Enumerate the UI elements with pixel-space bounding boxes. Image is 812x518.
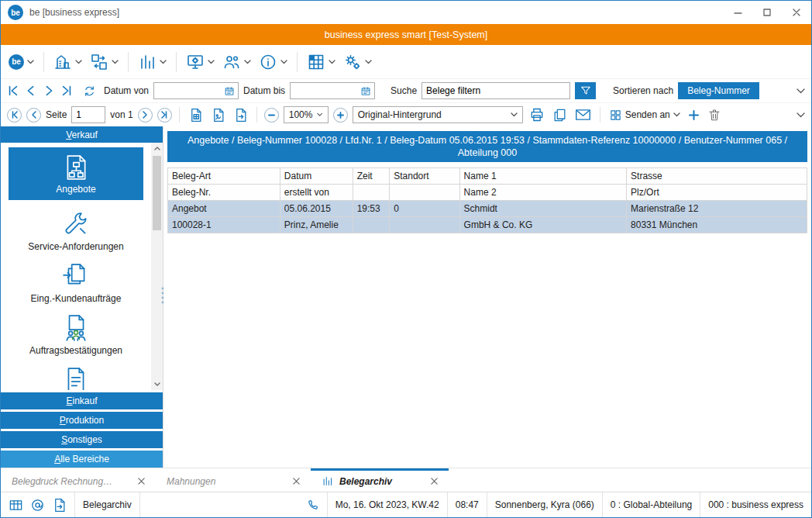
status-phone[interactable] [298, 492, 328, 517]
close-button[interactable] [782, 1, 811, 24]
tab-label: Mahnungen [167, 476, 215, 487]
status-date: Mo, 16. Okt 2023, KW.42 [328, 492, 448, 517]
users-icon [222, 53, 241, 71]
scroll-thumb[interactable] [153, 156, 161, 230]
sidebar-item-service-anforderungen[interactable]: Service-Anforderungen [1, 210, 151, 252]
sidebar-item-auftragsbestaetigungen[interactable]: Auftragsbestätigungen [1, 314, 151, 356]
preview-dropdown-chevron[interactable] [797, 112, 805, 118]
export-image-button[interactable] [209, 105, 227, 125]
suche-label: Suche [391, 85, 417, 96]
filter-button[interactable] [575, 82, 596, 99]
status-table-button[interactable] [9, 498, 23, 513]
last-record-button[interactable] [60, 85, 73, 97]
services-menu-button[interactable] [342, 50, 373, 74]
user-admin-menu-button[interactable] [221, 50, 253, 74]
tab-belegarchiv[interactable]: Belegarchiv [311, 468, 449, 492]
chevron-down-icon [673, 112, 680, 117]
table-cell: 19:53 [353, 201, 390, 217]
last-page-icon [160, 111, 168, 119]
datum-bis-input[interactable] [294, 84, 358, 98]
tab-belegdruck-rechnung[interactable]: Belegdruck Rechnung… [1, 468, 156, 492]
sidebar-section-alle-bereiche[interactable]: Alle Bereiche [1, 451, 163, 468]
sidebar-section-einkauf[interactable]: Einkauf [1, 392, 163, 409]
senden-an-button[interactable]: Senden an [607, 106, 682, 124]
add-button[interactable] [686, 107, 701, 123]
status-company: 000 : business express [700, 492, 811, 517]
export-send-button[interactable] [232, 105, 249, 125]
status-company-label: 000 : business express [708, 499, 803, 510]
company-menu-button[interactable] [52, 50, 84, 74]
zoom-level-select[interactable]: 100% [284, 106, 329, 123]
table-row[interactable]: Angebot 05.06.2015 19:53 0 Schmidt Marie… [168, 201, 807, 217]
transfer-menu-button[interactable] [88, 50, 120, 74]
system-banner: business express smart [Test-System] [1, 24, 811, 45]
page-next-button[interactable] [138, 108, 153, 123]
zoom-level-value: 100% [289, 109, 313, 120]
scroll-up-button[interactable] [151, 143, 163, 154]
email-button[interactable] [573, 105, 593, 124]
document-export-icon [233, 108, 248, 123]
export-table-button[interactable] [187, 105, 205, 125]
datum-von-field [153, 82, 239, 99]
background-select[interactable]: Original-Hintergrund [353, 106, 523, 123]
tab-close-icon[interactable] [431, 478, 438, 485]
system-settings-menu-button[interactable] [184, 50, 216, 74]
page-last-button[interactable] [157, 108, 172, 123]
page-number-input[interactable] [76, 108, 101, 122]
refresh-button[interactable] [83, 85, 96, 98]
zoom-in-button[interactable] [333, 108, 348, 123]
tab-close-icon[interactable] [293, 478, 300, 485]
sidebar-splitter[interactable] [160, 285, 166, 306]
table-cell: 05.06.2015 [280, 201, 353, 217]
sidebar-item-partial[interactable] [1, 366, 151, 390]
status-view-label: Belegarchiv [83, 499, 132, 510]
table-row[interactable]: 100028-1 Prinz, Amelie GmbH & Co. KG 803… [168, 217, 807, 233]
reports-menu-button[interactable] [136, 50, 168, 74]
document-image-icon [211, 108, 225, 123]
sidebar-section-verkauf[interactable]: Verkauf [1, 126, 163, 143]
print-button[interactable] [528, 105, 546, 125]
document-tabstrip: Belegdruck Rechnung… Mahnungen Belegarch… [1, 468, 811, 492]
calendar-icon[interactable] [361, 85, 370, 97]
minimize-button[interactable] [723, 1, 752, 24]
tab-mahnungen[interactable]: Mahnungen [156, 468, 311, 492]
sort-dropdown-chevron[interactable] [797, 88, 805, 94]
maximize-button[interactable] [752, 1, 782, 24]
status-date-label: Mo, 16. Okt 2023, KW.42 [335, 499, 439, 510]
sort-field-button[interactable]: Beleg-Nummer [678, 82, 759, 99]
datum-von-input[interactable] [158, 84, 222, 98]
page-first-button[interactable] [7, 108, 22, 123]
sidebar-item-eing-kundenauftraege[interactable]: Eing.-Kundenaufträge [1, 262, 151, 304]
table-cell: Angebot [168, 201, 280, 217]
window-controls [723, 1, 811, 24]
zoom-out-button[interactable] [264, 108, 279, 123]
copy-pages-button[interactable] [551, 105, 569, 125]
search-input[interactable] [426, 84, 566, 98]
sidebar-item-angebote[interactable]: Angebote [9, 147, 143, 200]
page-prev-button[interactable] [26, 108, 41, 123]
first-record-button[interactable] [7, 85, 19, 97]
previous-record-button[interactable] [25, 85, 37, 97]
sidebar-section-sonstiges[interactable]: Sonstiges [1, 431, 163, 448]
next-record-button[interactable] [43, 85, 55, 97]
sidebar-scrollbar[interactable] [151, 143, 163, 390]
content-area: Angebote / Beleg-Nummer 100028 / Lfd.Nr.… [163, 126, 811, 468]
info-menu-button[interactable] [257, 50, 289, 74]
order-confirmations-icon [62, 314, 90, 342]
page-number-field [71, 106, 105, 123]
app-logo-icon: be [8, 5, 23, 20]
be-menu-button[interactable]: be [7, 52, 36, 72]
datum-bis-field [290, 82, 375, 99]
column-header: Strasse [627, 168, 807, 185]
status-export-button[interactable] [52, 498, 67, 513]
scroll-down-button[interactable] [151, 378, 163, 390]
status-web-button[interactable] [30, 498, 45, 513]
minimize-icon [734, 9, 742, 17]
tables-menu-button[interactable] [305, 50, 337, 74]
calendar-icon[interactable] [225, 85, 234, 97]
toolbar-divider [128, 52, 129, 72]
status-time: 08:47 [448, 492, 487, 517]
sidebar-section-produktion[interactable]: Produktion [1, 412, 163, 429]
tab-close-icon[interactable] [138, 478, 145, 485]
delete-button[interactable] [706, 105, 723, 124]
